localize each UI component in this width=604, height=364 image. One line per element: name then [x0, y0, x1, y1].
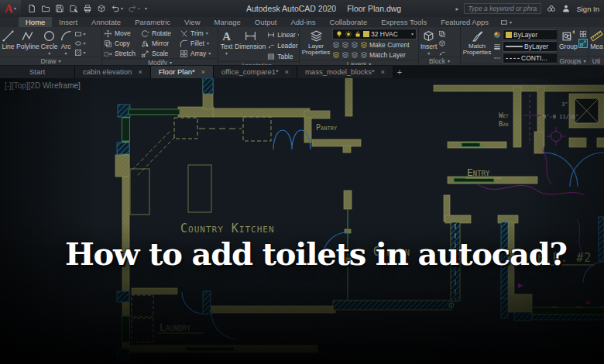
panel-properties-footer[interactable]: Properties▾ — [461, 64, 557, 65]
new-file-button[interactable] — [27, 4, 36, 13]
redo-dropdown-icon[interactable]: ▾ — [138, 6, 140, 11]
ungroup-tool[interactable] — [579, 30, 587, 38]
tab-manage[interactable]: Manage — [208, 17, 248, 27]
hatch-caret-icon: ▾ — [84, 50, 86, 55]
array-tool[interactable]: Array▾ — [180, 49, 218, 58]
linear-tool[interactable]: Linear▾ — [267, 30, 300, 39]
walls-layer — [115, 78, 604, 352]
undo-dropdown-icon[interactable]: ▾ — [121, 6, 123, 11]
panel-annotation-footer[interactable]: Annotation▾ — [218, 61, 299, 65]
panel-block-footer[interactable]: Block▾ — [419, 57, 460, 65]
circle-caret-icon[interactable]: ▾ — [48, 51, 50, 56]
group-edit-tool[interactable] — [579, 39, 587, 47]
layer-tool-icon — [341, 51, 349, 59]
table-tool[interactable]: Table — [267, 52, 300, 61]
hatch-tool[interactable]: ▾ — [74, 49, 86, 57]
undo-button[interactable]: ▾ — [111, 4, 123, 13]
match-properties-tool[interactable]: Match Properties — [462, 29, 492, 57]
tab-collaborate[interactable]: Collaborate — [323, 17, 375, 27]
measure-tool[interactable]: Mea — [590, 29, 603, 50]
layer-select[interactable]: 32 HVAC ▾ — [332, 29, 417, 39]
autocad-window: A ▾ ▾ ▾ ▾ Autodesk AutoCAD 2020 Floor Pl… — [0, 0, 604, 364]
text-tool[interactable]: Text▾ — [220, 29, 233, 56]
trim-label: Trim — [190, 29, 204, 37]
drawing-area[interactable]: Pantry Wet Bar Entry Country Kitchen Gar… — [0, 78, 604, 364]
block-attributes-icon — [438, 49, 446, 57]
qat-customize-icon[interactable]: ▾ — [145, 6, 147, 11]
new-tab-button[interactable]: + — [393, 65, 406, 78]
arc-caret-icon[interactable]: ▾ — [65, 51, 67, 56]
copy-tool[interactable]: Copy — [104, 39, 139, 48]
open-file-button[interactable] — [41, 4, 50, 13]
tab-annotate[interactable]: Annotate — [84, 17, 128, 27]
panel-annotation: Text▾ Dimension Linear▾ Leader▾ Table An… — [218, 27, 300, 65]
tab-featured-apps[interactable]: Featured Apps — [434, 17, 496, 27]
line-tool[interactable]: Line — [2, 29, 15, 50]
file-tab-cabin-elevation[interactable]: cabin elevation× — [75, 65, 151, 78]
mirror-tool[interactable]: Mirror — [141, 39, 178, 48]
panel-groups-footer[interactable]: Groups▾ — [558, 56, 588, 65]
tab-home[interactable]: Home — [19, 17, 52, 27]
circle-tool[interactable]: Circle▾ — [41, 29, 58, 56]
insert-block-tool[interactable]: Insert▾ — [420, 29, 437, 56]
viewport-controls[interactable]: [-][Top][2D Wireframe] — [5, 81, 81, 90]
ellipse-tool[interactable]: ▾ — [74, 39, 86, 47]
create-block-tool[interactable] — [438, 30, 446, 38]
trim-tool[interactable]: Trim▾ — [180, 29, 218, 38]
line-label: Line — [2, 43, 14, 50]
block-attributes-tool[interactable] — [438, 49, 446, 57]
save-button[interactable] — [55, 4, 64, 13]
linetype-icon — [493, 54, 501, 62]
search-binoculars-icon[interactable] — [547, 4, 556, 13]
close-tab-icon[interactable]: × — [381, 68, 385, 76]
save-as-button[interactable] — [69, 4, 78, 13]
panel-utilities-footer[interactable]: Uti — [589, 56, 604, 65]
polyline-tool[interactable]: Polyline — [16, 29, 39, 50]
stretch-tool[interactable]: Stretch — [104, 49, 139, 58]
close-tab-icon[interactable]: × — [285, 68, 289, 76]
panel-layers-footer[interactable]: Layers▾ — [300, 60, 418, 65]
tab-insert[interactable]: Insert — [52, 17, 84, 27]
tab-add-ins[interactable]: Add-ins — [283, 17, 322, 27]
panel-draw-footer[interactable]: Draw▾ — [0, 57, 101, 65]
search-expand-icon[interactable]: ▸ — [455, 5, 458, 12]
layer-properties-button[interactable]: Layer Properties — [301, 29, 331, 57]
file-tab-start[interactable]: Start — [0, 65, 75, 78]
file-tab-office-compare[interactable]: office_compare1*× — [214, 65, 297, 78]
sign-in-button[interactable]: Sign In — [576, 5, 599, 13]
ribbon-options-dropdown[interactable]: ▾ — [496, 17, 516, 27]
object-color-select[interactable]: ByLayer▾ — [503, 29, 558, 40]
layer-tool-icon — [332, 41, 340, 49]
scale-tool[interactable]: Scale — [141, 49, 178, 58]
close-tab-icon[interactable]: × — [138, 68, 142, 76]
lineweight-select[interactable]: ByLayer▾ — [503, 41, 558, 52]
rectangle-tool[interactable]: ▾ — [74, 30, 86, 38]
tab-parametric[interactable]: Parametric — [128, 17, 177, 27]
redo-button[interactable]: ▾ — [128, 4, 140, 13]
match-layer-button[interactable]: Match Layer — [332, 50, 417, 60]
tab-output[interactable]: Output — [248, 17, 284, 27]
properties-footer-label: Properties — [492, 64, 522, 65]
help-search-input[interactable] — [464, 3, 541, 14]
app-menu-button[interactable]: A ▾ — [0, 0, 21, 17]
dimension-tool[interactable]: Dimension — [235, 29, 266, 50]
panel-modify-footer[interactable]: Modify▾ — [102, 58, 218, 65]
rotate-tool[interactable]: Rotate — [141, 29, 178, 38]
plot-button[interactable] — [83, 4, 92, 13]
tab-view[interactable]: View — [177, 17, 207, 27]
publish-button[interactable] — [97, 4, 106, 13]
make-current-button[interactable]: Make Current — [332, 40, 417, 50]
arc-tool[interactable]: Arc▾ — [60, 29, 73, 56]
group-tool[interactable]: Group — [559, 29, 578, 50]
close-tab-icon[interactable]: × — [201, 68, 205, 76]
file-tab-mass-model-blocks[interactable]: mass_model_blocks*× — [297, 65, 393, 78]
move-icon — [104, 29, 112, 38]
leader-tool[interactable]: Leader▾ — [267, 41, 300, 50]
lineweight-value: ByLayer — [524, 43, 558, 50]
move-tool[interactable]: Move — [104, 29, 139, 38]
file-tab-floor-plan[interactable]: Floor Plan*× — [151, 65, 214, 78]
tab-express-tools[interactable]: Express Tools — [374, 17, 434, 27]
fillet-tool[interactable]: Fillet▾ — [180, 39, 218, 48]
linetype-select[interactable]: CONTI...▾ — [503, 53, 558, 64]
edit-block-tool[interactable] — [438, 39, 446, 47]
